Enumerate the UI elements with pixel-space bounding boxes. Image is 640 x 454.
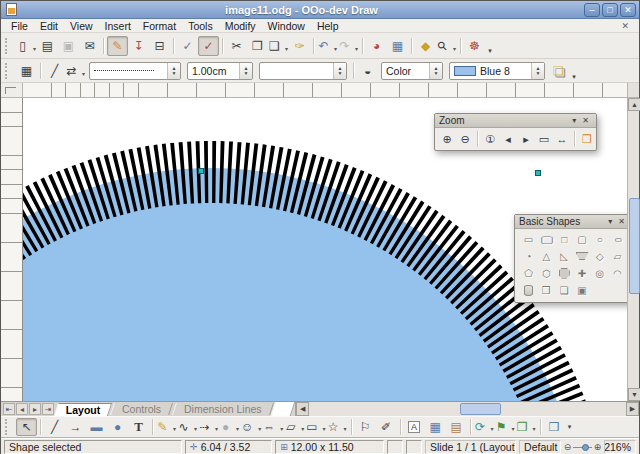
toolbar-grip[interactable]	[5, 38, 12, 54]
zoom-panel-titlebar[interactable]: Zoom ▾ ✕	[435, 114, 596, 128]
zoom-previous-button[interactable]: ◂	[499, 130, 517, 148]
toolbar-options-button[interactable]: ▾	[485, 46, 495, 56]
zoom-level[interactable]: 216%	[604, 440, 636, 454]
toolbar-options-button[interactable]: ▾	[569, 72, 579, 82]
spinner-icon[interactable]: ▲▼	[531, 63, 544, 79]
autospellcheck-toggle[interactable]: ✓	[198, 36, 219, 56]
paste-button[interactable]: ❑	[268, 36, 289, 56]
menu-insert[interactable]: Insert	[99, 20, 137, 32]
shape-diamond[interactable]: ◇	[591, 249, 608, 263]
menu-format[interactable]: Format	[137, 20, 182, 32]
minimize-button[interactable]: –	[584, 3, 600, 17]
display-grid-toggle[interactable]: ◆	[415, 36, 436, 56]
zoom-next-button[interactable]: ▸	[517, 130, 535, 148]
fill-color-select[interactable]: Blue 8 ▲▼	[449, 62, 545, 80]
horizontal-ruler[interactable]	[23, 83, 627, 97]
next-page-button[interactable]: ▸	[29, 403, 41, 415]
line-style-select[interactable]: ▲▼	[89, 62, 181, 80]
ruler-origin-button[interactable]	[1, 83, 23, 97]
shape-block-arc[interactable]: ◠	[609, 266, 626, 280]
email-document-button[interactable]: ✉	[79, 36, 100, 56]
panel-close-icon[interactable]: ✕	[579, 116, 592, 125]
panel-menu-icon[interactable]: ▾	[569, 116, 579, 125]
shape-frame[interactable]: ▣	[574, 283, 591, 297]
ellipse-tool[interactable]: ●	[107, 418, 128, 436]
last-page-button[interactable]: ⇥	[42, 403, 54, 415]
vertical-ruler[interactable]	[1, 98, 23, 401]
stars-tool[interactable]: ☆	[327, 418, 348, 436]
line-tool[interactable]: ╱	[44, 418, 65, 436]
shape-rounded-rectangle[interactable]: ▢	[538, 232, 555, 246]
shape-folded-corner[interactable]: ❏	[556, 283, 573, 297]
alignment-button[interactable]: ⚑	[495, 418, 516, 436]
save-button[interactable]: ▣	[58, 36, 79, 56]
panel-menu-icon[interactable]: ▾	[605, 217, 615, 226]
shape-pentagon[interactable]: ⬠	[520, 266, 537, 280]
shape-square[interactable]: □	[556, 232, 573, 246]
maximize-button[interactable]: □	[602, 3, 618, 17]
arrange-button[interactable]: ❐	[516, 418, 537, 436]
select-tool[interactable]: ↖	[16, 418, 37, 436]
shape-rectangle[interactable]: ▭	[520, 232, 537, 246]
line-dialog-button[interactable]: ╱	[44, 61, 65, 81]
open-button[interactable]: ▤	[37, 36, 58, 56]
menu-view[interactable]: View	[64, 20, 99, 32]
block-arrows-tool[interactable]: ⇔	[262, 418, 284, 436]
from-file-button[interactable]: ▦	[425, 418, 446, 436]
menu-window[interactable]: Window	[262, 20, 311, 32]
shape-right-triangle[interactable]: ◺	[556, 249, 573, 263]
blue-disk[interactable]	[23, 168, 584, 401]
spellcheck-button[interactable]: ✓	[177, 36, 198, 56]
shape-trapezoid[interactable]	[574, 249, 591, 263]
callouts-tool[interactable]: ▭	[305, 418, 326, 436]
horizontal-scrollbar[interactable]: ◀ ▶	[295, 402, 639, 416]
menu-edit[interactable]: Edit	[34, 20, 64, 32]
edit-file-toggle[interactable]: ✎	[107, 36, 128, 56]
menu-file[interactable]: File	[5, 20, 34, 32]
format-paintbrush-button[interactable]: ✑	[289, 36, 310, 56]
chart-button[interactable]: ◕	[366, 36, 387, 56]
line-color-select[interactable]: ▲▼	[259, 62, 347, 80]
cut-button[interactable]: ✂	[226, 36, 247, 56]
scroll-left-icon[interactable]: ◀	[296, 402, 309, 416]
redo-button[interactable]: ↷	[338, 36, 359, 56]
shape-cylinder[interactable]	[520, 283, 537, 297]
shape-hexagon[interactable]: ⬡	[538, 266, 555, 280]
extrusion-toggle[interactable]: ❒	[544, 418, 565, 436]
shape-cube[interactable]: ❒	[538, 283, 555, 297]
tab-dimension-lines[interactable]: Dimension Lines	[172, 403, 274, 415]
previous-page-button[interactable]: ◂	[16, 403, 28, 415]
menu-modify[interactable]: Modify	[219, 20, 262, 32]
menu-help[interactable]: Help	[311, 20, 345, 32]
zoom-slider-thumb[interactable]	[582, 444, 589, 451]
zoom-out-button[interactable]: ⊖	[456, 130, 474, 148]
new-button[interactable]: ▯	[16, 36, 37, 56]
first-page-button[interactable]: ⇤	[3, 403, 15, 415]
zoom-slider[interactable]: ⊖ ⊕	[564, 442, 602, 452]
shape-octagon[interactable]	[556, 266, 573, 280]
connector-tool[interactable]: ∿	[177, 418, 198, 436]
zoom-slider-track[interactable]	[573, 447, 591, 448]
scroll-up-icon[interactable]: ▲	[628, 98, 640, 111]
menu-tools[interactable]: Tools	[182, 20, 219, 32]
page-style[interactable]: Default	[519, 440, 561, 454]
horizontal-scroll-thumb[interactable]	[460, 403, 501, 415]
tab-layout[interactable]: Layout	[54, 403, 113, 416]
shape-rounded-square[interactable]: ▢	[574, 232, 591, 246]
zoom-button[interactable]: ⚲	[436, 36, 457, 56]
symbol-shapes-tool[interactable]: ☺	[240, 418, 262, 436]
arrow-style-button[interactable]: ⇄	[65, 61, 86, 81]
glue-points-tool[interactable]: ✐	[376, 418, 397, 436]
selection-handle[interactable]	[535, 170, 541, 176]
rectangle-tool[interactable]: ▬	[86, 418, 107, 436]
rotate-tool[interactable]: ⟳	[474, 418, 495, 436]
object-zoom-button[interactable]: ❒	[578, 130, 596, 148]
curve-tool[interactable]: ✎	[156, 418, 177, 436]
spinner-icon[interactable]: ▲▼	[167, 63, 180, 79]
drawing-canvas[interactable]: Zoom ▾ ✕ ⊕⊖①◂▸▭↔❒ Basic Shapes ▾ ✕ ▭▢□▢○…	[23, 98, 627, 401]
scroll-down-icon[interactable]: ▼	[628, 388, 640, 401]
toolbar-grip[interactable]	[5, 419, 12, 435]
arrow-tool[interactable]: →	[65, 418, 86, 436]
flowchart-tool[interactable]: ▱	[284, 418, 305, 436]
edit-points-tool[interactable]: ⚐	[355, 418, 376, 436]
